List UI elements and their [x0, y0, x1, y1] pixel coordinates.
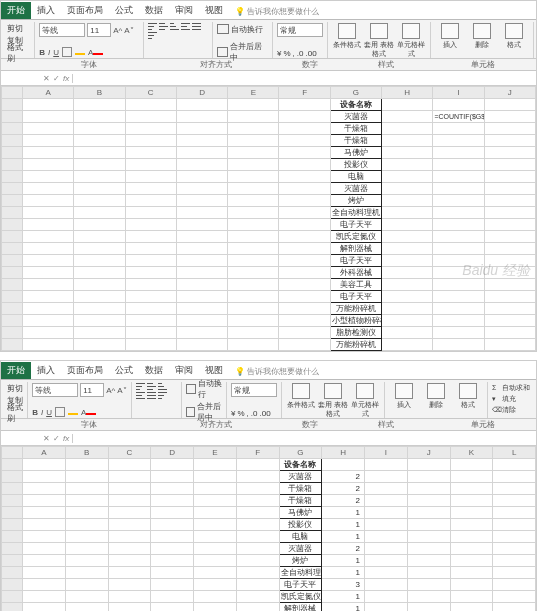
- col-header-H[interactable]: H: [382, 87, 433, 99]
- cancel-icon[interactable]: ✕: [43, 434, 50, 443]
- spreadsheet-table[interactable]: ABCDEFGHIJ 设备名称灭菌器=COUNTIF($G$2:$G$21,G2…: [1, 86, 536, 351]
- col-header-H[interactable]: H: [322, 447, 365, 459]
- cell-styles-button[interactable]: 单元格样式: [396, 23, 426, 58]
- border-button[interactable]: [55, 407, 65, 417]
- fx-icon[interactable]: fx: [63, 434, 69, 443]
- col-header-E[interactable]: E: [228, 87, 279, 99]
- font-name-select[interactable]: 等线: [39, 23, 85, 37]
- col-header-D[interactable]: D: [151, 447, 194, 459]
- align-bot-icon[interactable]: [158, 383, 167, 390]
- col-header-I[interactable]: I: [365, 447, 408, 459]
- inc-decimal-icon[interactable]: .0: [251, 409, 258, 418]
- tab-page-layout[interactable]: 页面布局: [61, 362, 109, 379]
- underline-button[interactable]: U: [46, 408, 52, 417]
- col-header-G[interactable]: G: [279, 447, 322, 459]
- enter-icon[interactable]: ✓: [53, 74, 60, 83]
- tab-start[interactable]: 开始: [1, 362, 31, 379]
- select-all-corner[interactable]: [2, 447, 23, 459]
- merge-center-button[interactable]: 合并后居中: [217, 46, 268, 58]
- align-bot-icon[interactable]: [170, 23, 179, 30]
- tab-page-layout[interactable]: 页面布局: [61, 2, 109, 19]
- fill-color-button[interactable]: [75, 48, 85, 57]
- increase-font-button[interactable]: A^: [106, 386, 115, 395]
- fx-icon[interactable]: fx: [63, 74, 69, 83]
- increase-font-button[interactable]: A^: [113, 26, 122, 35]
- tab-review[interactable]: 审阅: [169, 2, 199, 19]
- cancel-icon[interactable]: ✕: [43, 74, 50, 83]
- wrap-text-button[interactable]: 自动换行: [186, 383, 222, 395]
- col-header-G[interactable]: G: [330, 87, 381, 99]
- font-color-button[interactable]: A: [81, 408, 96, 417]
- number-format-select[interactable]: 常规: [277, 23, 323, 37]
- font-name-select[interactable]: 等线: [32, 383, 78, 397]
- tell-me[interactable]: 💡告诉我你想要做什么: [229, 4, 325, 19]
- align-mid-icon[interactable]: [159, 23, 168, 30]
- cell-styles-button[interactable]: 单元格样式: [350, 383, 380, 418]
- table-format-button[interactable]: 套用 表格格式: [364, 23, 394, 58]
- align-center-icon[interactable]: [147, 392, 156, 399]
- col-header-A[interactable]: A: [23, 87, 74, 99]
- col-header-F[interactable]: F: [236, 447, 279, 459]
- select-all-corner[interactable]: [2, 87, 23, 99]
- insert-cells-button[interactable]: 插入: [389, 383, 419, 418]
- tab-view[interactable]: 视图: [199, 362, 229, 379]
- tab-data[interactable]: 数据: [139, 362, 169, 379]
- dec-decimal-icon[interactable]: .00: [306, 49, 317, 58]
- delete-cells-button[interactable]: 删除: [421, 383, 451, 418]
- percent-icon[interactable]: %: [237, 409, 244, 418]
- col-header-C[interactable]: C: [108, 447, 151, 459]
- align-left-icon[interactable]: [136, 392, 145, 399]
- delete-cells-button[interactable]: 删除: [467, 23, 497, 58]
- cut-button[interactable]: 剪切: [7, 23, 30, 33]
- decrease-font-button[interactable]: A˅: [117, 386, 126, 395]
- align-top-icon[interactable]: [148, 23, 157, 30]
- align-center-icon[interactable]: [192, 23, 201, 30]
- spreadsheet-table[interactable]: ABCDEFGHIJKL 设备名称灭菌器2干燥箱2干燥箱2马佛炉1投影仪1电脑1…: [1, 446, 536, 611]
- format-painter-button[interactable]: 格式刷: [7, 408, 23, 418]
- fill-color-button[interactable]: [68, 408, 78, 417]
- align-right-icon[interactable]: [158, 392, 167, 399]
- insert-cells-button[interactable]: 插入: [435, 23, 465, 58]
- merge-center-button[interactable]: 合并后居中: [186, 406, 222, 418]
- align-left-icon[interactable]: [181, 23, 190, 30]
- tab-insert[interactable]: 插入: [31, 2, 61, 19]
- fill-button[interactable]: ▾填充: [492, 394, 530, 404]
- conditional-format-button[interactable]: 条件格式: [286, 383, 316, 418]
- format-painter-button[interactable]: 格式刷: [7, 48, 30, 58]
- bold-button[interactable]: B: [39, 48, 45, 57]
- tab-insert[interactable]: 插入: [31, 362, 61, 379]
- italic-button[interactable]: I: [48, 48, 50, 57]
- number-format-select[interactable]: 常规: [231, 383, 277, 397]
- format-cells-button[interactable]: 格式: [499, 23, 529, 58]
- currency-icon[interactable]: ¥: [277, 49, 281, 58]
- enter-icon[interactable]: ✓: [53, 434, 60, 443]
- grid[interactable]: Baidu 经验 ABCDEFGHIJ 设备名称灭菌器=COUNTIF($G$2…: [1, 86, 536, 351]
- font-size-select[interactable]: 11: [80, 383, 104, 397]
- bold-button[interactable]: B: [32, 408, 38, 417]
- col-header-F[interactable]: F: [279, 87, 330, 99]
- decrease-font-button[interactable]: A˅: [124, 26, 133, 35]
- col-header-I[interactable]: I: [433, 87, 484, 99]
- grid[interactable]: Baidu 经验 ABCDEFGHIJKL 设备名称灭菌器2干燥箱2干燥箱2马佛…: [1, 446, 536, 611]
- clear-button[interactable]: ⌫清除: [492, 405, 530, 415]
- font-color-button[interactable]: A: [88, 48, 103, 57]
- align-right-icon[interactable]: [148, 32, 157, 39]
- border-button[interactable]: [62, 47, 72, 57]
- col-header-J[interactable]: J: [484, 87, 535, 99]
- tab-data[interactable]: 数据: [139, 2, 169, 19]
- col-header-B[interactable]: B: [74, 87, 125, 99]
- col-header-L[interactable]: L: [493, 447, 536, 459]
- col-header-K[interactable]: K: [450, 447, 493, 459]
- inc-decimal-icon[interactable]: .0: [297, 49, 304, 58]
- comma-icon[interactable]: ,: [247, 409, 249, 418]
- format-cells-button[interactable]: 格式: [453, 383, 483, 418]
- col-header-A[interactable]: A: [23, 447, 66, 459]
- col-header-B[interactable]: B: [65, 447, 108, 459]
- comma-icon[interactable]: ,: [293, 49, 295, 58]
- align-mid-icon[interactable]: [147, 383, 156, 390]
- tab-formulas[interactable]: 公式: [109, 362, 139, 379]
- tab-review[interactable]: 审阅: [169, 362, 199, 379]
- tab-formulas[interactable]: 公式: [109, 2, 139, 19]
- wrap-text-button[interactable]: 自动换行: [217, 23, 268, 35]
- col-header-C[interactable]: C: [125, 87, 176, 99]
